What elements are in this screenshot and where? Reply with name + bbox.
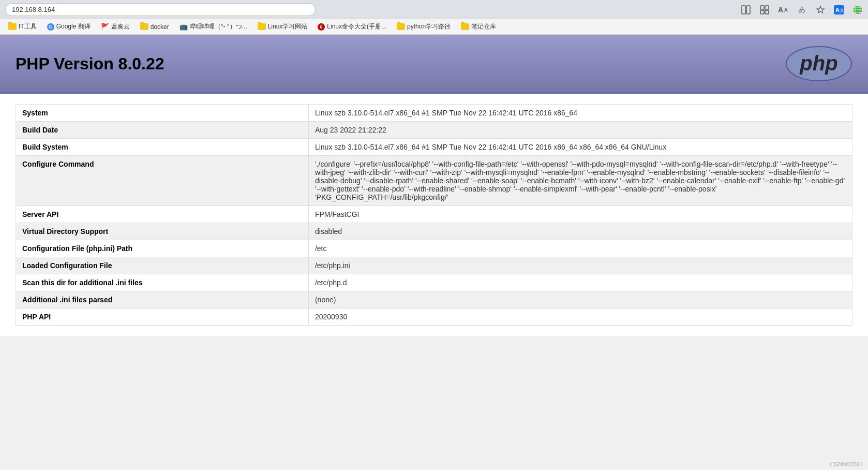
php-version-title: PHP Version 8.0.22	[16, 54, 164, 74]
address-bar[interactable]: 192.168.8.164	[5, 3, 316, 16]
bookmark-label: 笔记仓库	[471, 22, 496, 31]
globe-icon[interactable]	[852, 5, 863, 15]
bookmark-python-learn[interactable]: python学习路径	[393, 21, 455, 32]
svg-rect-4	[760, 10, 764, 14]
bookmark-linux-learn[interactable]: Linux学习网站	[253, 21, 312, 32]
bookmark-note-repo[interactable]: 笔记仓库	[457, 21, 500, 32]
bookmark-label: docker	[151, 23, 169, 31]
browser-toolbar: 192.168.8.164 AA あ A 文	[0, 0, 868, 19]
svg-rect-0	[742, 6, 745, 14]
table-row: Configure Command'./configure' '--prefix…	[16, 156, 852, 206]
bookmark-it-tools[interactable]: IT工具	[4, 21, 41, 32]
svg-rect-1	[746, 6, 750, 14]
toolbar-icons: AA あ A 文	[741, 5, 863, 15]
svg-text:A: A	[778, 6, 783, 14]
table-key: PHP API	[16, 309, 309, 326]
page-content: PHP Version 8.0.22 php SystemLinux szb 3…	[0, 35, 868, 336]
table-row: PHP API20200930	[16, 309, 852, 326]
table-key: Build System	[16, 139, 309, 156]
table-value: 20200930	[308, 309, 852, 326]
bookmark-label: 蓝奏云	[111, 22, 130, 31]
table-value: (none)	[308, 291, 852, 309]
folder-icon	[140, 23, 148, 30]
table-row: Server APIFPM/FastCGI	[16, 206, 852, 223]
phpinfo-container: SystemLinux szb 3.10.0-514.el7.x86_64 #1…	[0, 94, 868, 336]
table-key: Configure Command	[16, 156, 309, 206]
table-row: Additional .ini files parsed(none)	[16, 291, 852, 309]
table-row: Build SystemLinux szb 3.10.0-514.el7.x86…	[16, 139, 852, 156]
table-key: System	[16, 105, 309, 122]
table-key: Server API	[16, 206, 309, 223]
svg-rect-3	[765, 6, 769, 9]
folder-icon	[461, 23, 469, 30]
translate-icon[interactable]: A 文	[834, 5, 844, 15]
table-value: Aug 23 2022 21:22:22	[308, 122, 852, 139]
table-value: './configure' '--prefix=/usr/local/php8'…	[308, 156, 852, 206]
table-row: Build DateAug 23 2022 21:22:22	[16, 122, 852, 139]
bilibili-icon: 📺	[179, 23, 188, 31]
bookmark-label: Linux命令大全(手册...	[327, 22, 386, 31]
php-logo: php	[785, 46, 852, 82]
table-value: FPM/FastCGI	[308, 206, 852, 223]
bookmark-label: Google 翻译	[56, 22, 91, 31]
table-key: Virtual Directory Support	[16, 223, 309, 240]
table-value: disabled	[308, 223, 852, 240]
table-key: Scan this dir for additional .ini files	[16, 274, 309, 291]
svg-text:php: php	[799, 52, 837, 75]
table-row: Configuration File (php.ini) Path/etc	[16, 240, 852, 257]
bookmark-star-icon[interactable]	[815, 5, 826, 15]
table-row: Virtual Directory Supportdisabled	[16, 223, 852, 240]
svg-text:A: A	[835, 7, 840, 13]
table-value: Linux szb 3.10.0-514.el7.x86_64 #1 SMP T…	[308, 139, 852, 156]
bookmark-google-translate[interactable]: G Google 翻译	[43, 21, 95, 32]
svg-text:A: A	[784, 7, 788, 13]
table-value: Linux szb 3.10.0-514.el7.x86_64 #1 SMP T…	[308, 105, 852, 122]
bookmark-lanyun[interactable]: 🚩 蓝奏云	[97, 21, 134, 32]
font-size-icon[interactable]: AA	[778, 5, 788, 15]
browser-chrome: 192.168.8.164 AA あ A 文	[0, 0, 868, 35]
table-value: /etc/php.d	[308, 274, 852, 291]
flag-icon: 🚩	[101, 23, 109, 31]
table-row: Loaded Configuration File/etc/php.ini	[16, 257, 852, 274]
php-header: PHP Version 8.0.22 php	[0, 35, 868, 94]
address-text: 192.168.8.164	[12, 6, 55, 13]
folder-icon	[397, 23, 405, 30]
table-value: /etc	[308, 240, 852, 257]
bookmark-label: 哔哩哔哩（°- °）つ...	[190, 22, 247, 31]
folder-icon	[258, 23, 266, 30]
phpinfo-table: SystemLinux szb 3.10.0-514.el7.x86_64 #1…	[16, 104, 852, 326]
svg-text:文: 文	[840, 8, 844, 13]
grid-view-icon[interactable]	[759, 5, 770, 15]
bookmark-label: IT工具	[19, 22, 37, 31]
bookmark-label: Linux学习网站	[268, 22, 308, 31]
svg-rect-5	[765, 10, 769, 14]
table-key: Build Date	[16, 122, 309, 139]
linux-cmd-icon: 🐧	[318, 23, 325, 31]
split-view-icon[interactable]	[741, 5, 751, 15]
bookmark-docker[interactable]: docker	[136, 22, 173, 32]
bookmark-bilibili[interactable]: 📺 哔哩哔哩（°- °）つ...	[175, 21, 251, 32]
google-icon: G	[47, 23, 54, 31]
table-value: /etc/php.ini	[308, 257, 852, 274]
svg-rect-2	[760, 6, 764, 9]
table-row: SystemLinux szb 3.10.0-514.el7.x86_64 #1…	[16, 105, 852, 122]
table-key: Loaded Configuration File	[16, 257, 309, 274]
bookmark-linux-cmd[interactable]: 🐧 Linux命令大全(手册...	[313, 21, 391, 32]
bookmarks-bar: IT工具 G Google 翻译 🚩 蓝奏云 docker 📺 哔哩哔哩（°- …	[0, 19, 868, 35]
folder-icon	[8, 23, 17, 30]
table-key: Configuration File (php.ini) Path	[16, 240, 309, 257]
bookmark-label: python学习路径	[407, 22, 451, 31]
table-key: Additional .ini files parsed	[16, 291, 309, 309]
table-row: Scan this dir for additional .ini files/…	[16, 274, 852, 291]
text-style-icon[interactable]: あ	[797, 5, 807, 15]
